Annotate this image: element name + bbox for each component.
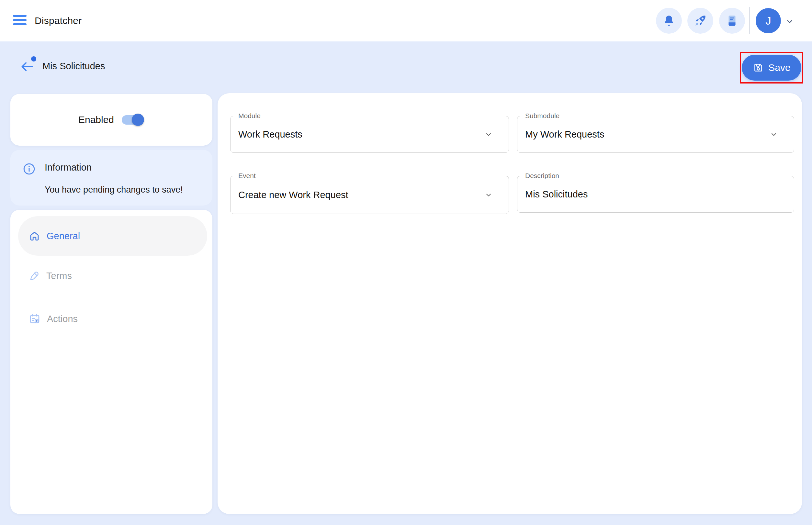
- event-value: Create new Work Request: [238, 190, 349, 200]
- notifications-button[interactable]: [656, 8, 682, 34]
- save-button-label: Save: [768, 62, 790, 73]
- module-select[interactable]: Module Work Requests: [230, 116, 509, 153]
- save-button[interactable]: Save: [742, 55, 801, 80]
- settings-nav: General Terms Actions: [10, 210, 212, 514]
- module-label: Module: [236, 112, 263, 120]
- enabled-toggle[interactable]: [122, 113, 144, 126]
- enabled-card: Enabled: [10, 94, 212, 146]
- bell-icon: [662, 14, 676, 28]
- nav-item-terms[interactable]: Terms: [18, 256, 207, 296]
- nav-item-actions[interactable]: Actions: [18, 299, 207, 339]
- documentation-button[interactable]: [719, 8, 745, 34]
- whats-new-button[interactable]: [687, 8, 713, 34]
- save-icon: [752, 62, 764, 74]
- notebook-icon: [725, 14, 739, 28]
- info-icon: [22, 162, 36, 176]
- nav-item-label: Actions: [47, 314, 78, 324]
- event-select[interactable]: Event Create new Work Request: [230, 176, 509, 214]
- header-divider: [749, 7, 750, 34]
- calendar-plus-icon: [29, 313, 41, 325]
- nav-item-label: General: [47, 231, 80, 241]
- app-header: Dispatcher: [0, 0, 812, 42]
- enabled-label: Enabled: [78, 114, 114, 125]
- pencil-icon: [29, 270, 40, 282]
- rocket-icon: [694, 14, 707, 28]
- chevron-down-icon: [769, 130, 778, 139]
- general-form: Module Work Requests Submodule My Work R…: [218, 93, 802, 514]
- chevron-down-icon: [484, 190, 493, 199]
- nav-item-general[interactable]: General: [18, 216, 207, 256]
- menu-icon[interactable]: [13, 15, 27, 27]
- dispatcher-screen: Dispatcher: [0, 0, 812, 525]
- avatar[interactable]: J: [756, 8, 781, 33]
- submodule-label: Submodule: [523, 112, 562, 120]
- back-button[interactable]: [19, 58, 36, 75]
- page-title: Mis Solicitudes: [42, 61, 105, 72]
- pending-changes-dot: [31, 56, 36, 61]
- module-value: Work Requests: [238, 129, 302, 140]
- info-message: You have pending changes to save!: [45, 185, 183, 195]
- info-title: Information: [45, 162, 92, 173]
- description-label: Description: [523, 172, 561, 180]
- description-value: Mis Solicitudes: [525, 189, 588, 200]
- home-icon: [29, 230, 41, 242]
- chevron-down-icon: [484, 130, 493, 139]
- description-input[interactable]: Description Mis Solicitudes: [517, 176, 794, 213]
- app-title: Dispatcher: [35, 0, 82, 42]
- event-label: Event: [236, 172, 258, 180]
- nav-item-label: Terms: [46, 271, 72, 281]
- submodule-select[interactable]: Submodule My Work Requests: [517, 116, 794, 153]
- user-menu-chevron-icon[interactable]: [785, 16, 795, 26]
- info-card: Information You have pending changes to …: [10, 150, 212, 206]
- annotation-rectangle: Save: [740, 52, 803, 84]
- toggle-thumb: [132, 114, 144, 126]
- submodule-value: My Work Requests: [525, 129, 604, 140]
